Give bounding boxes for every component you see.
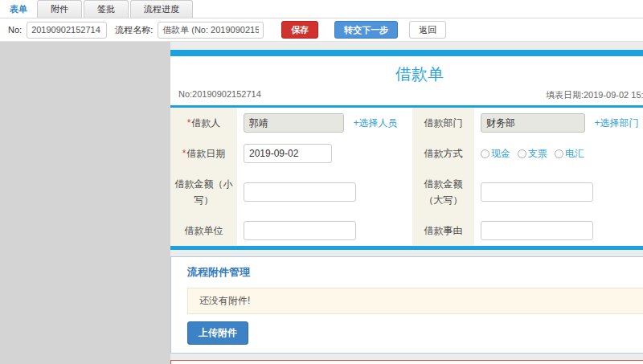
radio-cash[interactable]: 现金 [481, 147, 510, 161]
process-name-input[interactable] [158, 22, 264, 39]
loan-reason-label: 借款事由 [412, 215, 474, 246]
tab-approval[interactable]: 签批 [84, 0, 129, 18]
back-button[interactable]: 返回 [409, 21, 446, 39]
amount-uppercase-label: 借款金额（大写） [412, 169, 474, 215]
save-button[interactable]: 保存 [281, 21, 318, 39]
content-pane: 借款单 No:20190902152714 填表日期:2019-09-02 15… [170, 42, 643, 364]
department-label: 借款部门 [412, 108, 474, 138]
form-fill-date-text: 填表日期:2019-09-02 15:27:1 [546, 89, 643, 101]
loan-unit-input[interactable] [244, 221, 356, 240]
amount-uppercase-input[interactable] [481, 182, 593, 202]
tab-process-progress[interactable]: 流程进度 [130, 0, 193, 18]
table-row: *借款日期 借款方式 现金 [170, 138, 643, 169]
borrower-label: *借款人 [170, 108, 237, 138]
attachments-section-title: 流程附件管理 [187, 265, 643, 280]
forward-next-step-button[interactable]: 转交下一步 [334, 21, 398, 39]
process-name-label: 流程名称: [115, 24, 153, 36]
approval-panel: 流程签批意见 B I abc [170, 360, 643, 364]
loan-date-label: *借款日期 [170, 138, 237, 169]
select-department-link[interactable]: +选择部门 [594, 117, 638, 129]
amount-lowercase-input[interactable] [244, 182, 356, 202]
loan-form-panel: 借款单 No:20190902152714 填表日期:2019-09-02 15… [170, 50, 643, 250]
loan-form-table: *借款人 +选择人员 借款部门 +选择部门 [170, 108, 643, 246]
amount-lowercase-label: 借款金额（小写） [170, 169, 237, 215]
action-toolbar: No: 流程名称: 保存 转交下一步 返回 [0, 18, 643, 42]
table-row: *借款人 +选择人员 借款部门 +选择部门 [170, 108, 643, 138]
tab-form[interactable]: 表单 [8, 0, 35, 18]
radio-circle-icon[interactable] [555, 149, 563, 158]
borrower-input[interactable] [244, 113, 344, 133]
radio-cheque[interactable]: 支票 [518, 147, 547, 161]
form-title: 借款单 [170, 56, 643, 89]
form-bottom-accent-bar [170, 246, 643, 250]
form-no-text: No:20190902152714 [178, 89, 261, 101]
top-tab-bar: 表单 附件 签批 流程进度 [0, 0, 643, 18]
loan-reason-input[interactable] [481, 221, 593, 240]
attachments-panel: 流程附件管理 还没有附件! 上传附件 [170, 256, 643, 354]
upload-attachment-button[interactable]: 上传附件 [187, 321, 248, 345]
no-attachments-message: 还没有附件! [187, 288, 643, 314]
department-input[interactable] [481, 113, 585, 133]
loan-unit-label: 借款单位 [170, 215, 237, 246]
tab-attachments[interactable]: 附件 [37, 0, 82, 18]
table-row: 借款金额（小写） 借款金额（大写） [170, 169, 643, 215]
radio-wire-transfer[interactable]: 电汇 [555, 147, 584, 161]
radio-circle-icon[interactable] [481, 149, 489, 158]
select-person-link[interactable]: +选择人员 [353, 117, 397, 129]
loan-method-label: 借款方式 [412, 138, 474, 169]
form-top-accent-bar [170, 50, 643, 56]
loan-date-input[interactable] [244, 144, 332, 163]
no-input[interactable] [27, 22, 107, 39]
table-row: 借款单位 借款事由 [170, 215, 643, 246]
radio-circle-icon[interactable] [518, 149, 526, 158]
workspace-background: 借款单 No:20190902152714 填表日期:2019-09-02 15… [0, 42, 643, 364]
no-label: No: [8, 25, 22, 35]
